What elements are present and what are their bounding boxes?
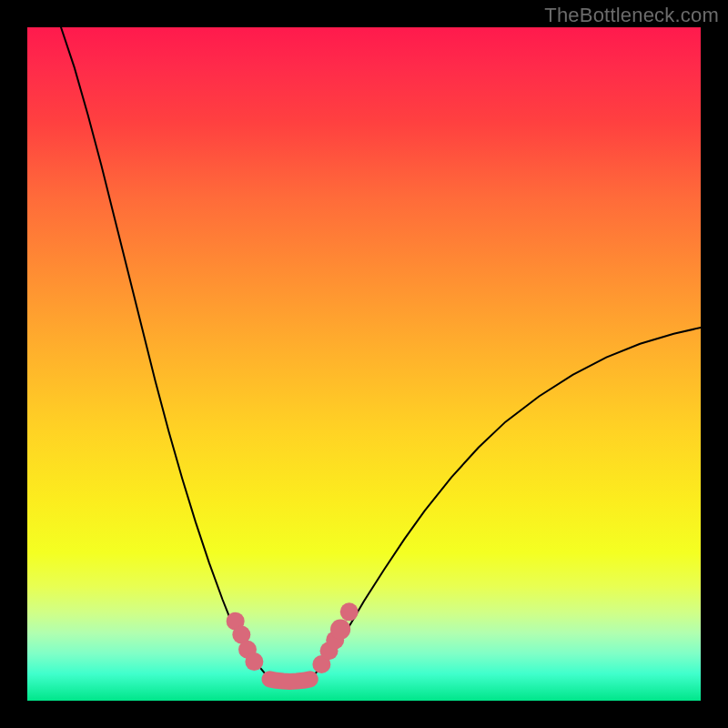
curve-group [61,27,701,682]
curve-right-branch [310,328,701,679]
trough-segment [269,679,309,682]
left-cluster-4 [245,652,263,671]
right-cluster-5 [340,602,359,621]
marker-group [227,602,359,673]
watermark-text: TheBottleneck.com [544,4,719,27]
chart-svg [27,27,701,701]
plot-area [27,27,701,701]
right-cluster-4 [330,619,350,639]
curve-left-branch [61,27,269,679]
chart-frame: TheBottleneck.com [0,0,728,728]
